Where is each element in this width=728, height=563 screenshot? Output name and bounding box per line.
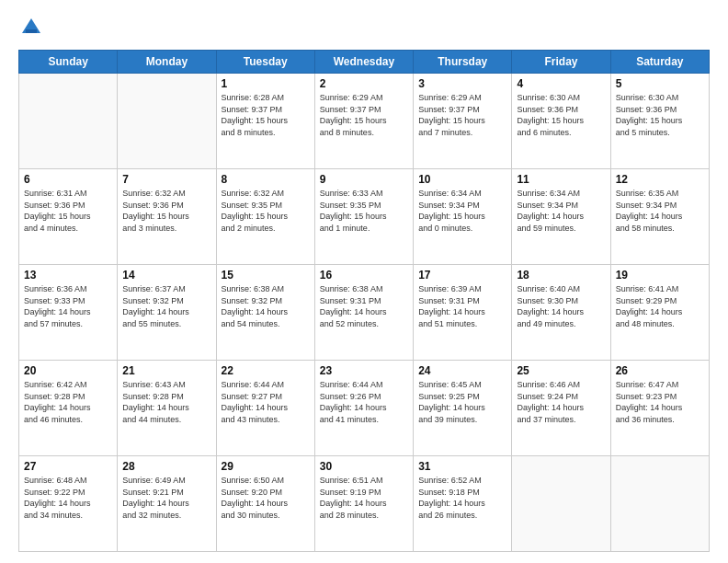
- calendar-cell: 13Sunrise: 6:36 AM Sunset: 9:33 PM Dayli…: [19, 265, 118, 361]
- calendar-cell: 1Sunrise: 6:28 AM Sunset: 9:37 PM Daylig…: [216, 74, 314, 169]
- day-detail: Sunrise: 6:29 AM Sunset: 9:37 PM Dayligh…: [418, 92, 506, 138]
- day-number: 19: [616, 269, 704, 282]
- week-row-2: 6Sunrise: 6:31 AM Sunset: 9:36 PM Daylig…: [19, 169, 710, 265]
- week-row-5: 27Sunrise: 6:48 AM Sunset: 9:22 PM Dayli…: [19, 456, 710, 552]
- day-number: 2: [320, 77, 408, 90]
- day-detail: Sunrise: 6:38 AM Sunset: 9:32 PM Dayligh…: [222, 283, 310, 329]
- day-detail: Sunrise: 6:38 AM Sunset: 9:31 PM Dayligh…: [320, 283, 408, 329]
- day-number: 28: [122, 460, 210, 473]
- day-number: 9: [320, 173, 408, 186]
- calendar-cell: 6Sunrise: 6:31 AM Sunset: 9:36 PM Daylig…: [19, 169, 118, 265]
- calendar-cell: 29Sunrise: 6:50 AM Sunset: 9:20 PM Dayli…: [216, 456, 314, 552]
- day-number: 26: [616, 364, 704, 377]
- calendar-cell: 12Sunrise: 6:35 AM Sunset: 9:34 PM Dayli…: [610, 169, 709, 265]
- day-number: 15: [222, 269, 310, 282]
- calendar-cell: 10Sunrise: 6:34 AM Sunset: 9:34 PM Dayli…: [414, 169, 512, 265]
- day-detail: Sunrise: 6:44 AM Sunset: 9:27 PM Dayligh…: [222, 379, 310, 425]
- calendar-cell: 26Sunrise: 6:47 AM Sunset: 9:23 PM Dayli…: [610, 361, 709, 456]
- calendar-cell: 4Sunrise: 6:30 AM Sunset: 9:36 PM Daylig…: [512, 74, 610, 169]
- day-detail: Sunrise: 6:31 AM Sunset: 9:36 PM Dayligh…: [24, 188, 112, 234]
- calendar-cell: 7Sunrise: 6:32 AM Sunset: 9:36 PM Daylig…: [118, 169, 216, 265]
- logo: [18, 15, 48, 40]
- day-detail: Sunrise: 6:32 AM Sunset: 9:35 PM Dayligh…: [222, 188, 310, 234]
- day-number: 5: [616, 77, 704, 90]
- day-detail: Sunrise: 6:47 AM Sunset: 9:23 PM Dayligh…: [616, 379, 704, 425]
- week-row-4: 20Sunrise: 6:42 AM Sunset: 9:28 PM Dayli…: [19, 361, 710, 456]
- day-detail: Sunrise: 6:35 AM Sunset: 9:34 PM Dayligh…: [616, 188, 704, 234]
- day-detail: Sunrise: 6:33 AM Sunset: 9:35 PM Dayligh…: [320, 188, 408, 234]
- calendar-cell: 2Sunrise: 6:29 AM Sunset: 9:37 PM Daylig…: [314, 74, 413, 169]
- weekday-header-friday: Friday: [512, 51, 610, 74]
- calendar-cell: 14Sunrise: 6:37 AM Sunset: 9:32 PM Dayli…: [118, 265, 216, 361]
- calendar-cell: 20Sunrise: 6:42 AM Sunset: 9:28 PM Dayli…: [19, 361, 118, 456]
- calendar-cell: 28Sunrise: 6:49 AM Sunset: 9:21 PM Dayli…: [118, 456, 216, 552]
- calendar-cell: 18Sunrise: 6:40 AM Sunset: 9:30 PM Dayli…: [512, 265, 610, 361]
- day-detail: Sunrise: 6:45 AM Sunset: 9:25 PM Dayligh…: [418, 379, 506, 425]
- day-detail: Sunrise: 6:30 AM Sunset: 9:36 PM Dayligh…: [517, 92, 605, 138]
- day-number: 4: [517, 77, 605, 90]
- day-detail: Sunrise: 6:49 AM Sunset: 9:21 PM Dayligh…: [122, 475, 210, 521]
- calendar-cell: 21Sunrise: 6:43 AM Sunset: 9:28 PM Dayli…: [118, 361, 216, 456]
- day-detail: Sunrise: 6:50 AM Sunset: 9:20 PM Dayligh…: [222, 475, 310, 521]
- day-number: 10: [418, 173, 506, 186]
- day-number: 6: [24, 173, 112, 186]
- weekday-header-thursday: Thursday: [414, 51, 512, 74]
- calendar-cell: 24Sunrise: 6:45 AM Sunset: 9:25 PM Dayli…: [414, 361, 512, 456]
- logo-icon: [18, 15, 44, 40]
- weekday-header-wednesday: Wednesday: [314, 51, 413, 74]
- day-number: 7: [122, 173, 210, 186]
- day-number: 14: [122, 269, 210, 282]
- day-number: 11: [517, 173, 605, 186]
- day-number: 29: [222, 460, 310, 473]
- week-row-1: 1Sunrise: 6:28 AM Sunset: 9:37 PM Daylig…: [19, 74, 710, 169]
- day-number: 21: [122, 364, 210, 377]
- day-number: 20: [24, 364, 112, 377]
- day-number: 1: [222, 77, 310, 90]
- day-number: 8: [222, 173, 310, 186]
- day-detail: Sunrise: 6:46 AM Sunset: 9:24 PM Dayligh…: [517, 379, 605, 425]
- calendar-cell: 11Sunrise: 6:34 AM Sunset: 9:34 PM Dayli…: [512, 169, 610, 265]
- day-number: 3: [418, 77, 506, 90]
- day-detail: Sunrise: 6:37 AM Sunset: 9:32 PM Dayligh…: [122, 283, 210, 329]
- weekday-header-sunday: Sunday: [19, 51, 118, 74]
- week-row-3: 13Sunrise: 6:36 AM Sunset: 9:33 PM Dayli…: [19, 265, 710, 361]
- svg-rect-1: [26, 29, 37, 33]
- day-detail: Sunrise: 6:52 AM Sunset: 9:18 PM Dayligh…: [418, 475, 506, 521]
- day-number: 25: [517, 364, 605, 377]
- day-detail: Sunrise: 6:34 AM Sunset: 9:34 PM Dayligh…: [418, 188, 506, 234]
- day-detail: Sunrise: 6:28 AM Sunset: 9:37 PM Dayligh…: [222, 92, 310, 138]
- day-number: 30: [320, 460, 408, 473]
- day-detail: Sunrise: 6:40 AM Sunset: 9:30 PM Dayligh…: [517, 283, 605, 329]
- day-detail: Sunrise: 6:30 AM Sunset: 9:36 PM Dayligh…: [616, 92, 704, 138]
- calendar-cell: 27Sunrise: 6:48 AM Sunset: 9:22 PM Dayli…: [19, 456, 118, 552]
- weekday-header-monday: Monday: [118, 51, 216, 74]
- day-detail: Sunrise: 6:44 AM Sunset: 9:26 PM Dayligh…: [320, 379, 408, 425]
- calendar-cell: 17Sunrise: 6:39 AM Sunset: 9:31 PM Dayli…: [414, 265, 512, 361]
- calendar-cell: 9Sunrise: 6:33 AM Sunset: 9:35 PM Daylig…: [314, 169, 413, 265]
- day-number: 12: [616, 173, 704, 186]
- calendar-cell: 8Sunrise: 6:32 AM Sunset: 9:35 PM Daylig…: [216, 169, 314, 265]
- calendar-table: SundayMondayTuesdayWednesdayThursdayFrid…: [18, 50, 710, 552]
- day-detail: Sunrise: 6:43 AM Sunset: 9:28 PM Dayligh…: [122, 379, 210, 425]
- calendar-cell: [118, 74, 216, 169]
- calendar-cell: 16Sunrise: 6:38 AM Sunset: 9:31 PM Dayli…: [314, 265, 413, 361]
- day-number: 17: [418, 269, 506, 282]
- calendar-cell: 30Sunrise: 6:51 AM Sunset: 9:19 PM Dayli…: [314, 456, 413, 552]
- day-detail: Sunrise: 6:41 AM Sunset: 9:29 PM Dayligh…: [616, 283, 704, 329]
- header: [18, 15, 710, 40]
- day-detail: Sunrise: 6:29 AM Sunset: 9:37 PM Dayligh…: [320, 92, 408, 138]
- day-detail: Sunrise: 6:51 AM Sunset: 9:19 PM Dayligh…: [320, 475, 408, 521]
- day-number: 31: [418, 460, 506, 473]
- day-detail: Sunrise: 6:32 AM Sunset: 9:36 PM Dayligh…: [122, 188, 210, 234]
- calendar-cell: [610, 456, 709, 552]
- calendar-cell: [512, 456, 610, 552]
- day-number: 24: [418, 364, 506, 377]
- page: SundayMondayTuesdayWednesdayThursdayFrid…: [0, 0, 728, 563]
- day-detail: Sunrise: 6:39 AM Sunset: 9:31 PM Dayligh…: [418, 283, 506, 329]
- day-detail: Sunrise: 6:42 AM Sunset: 9:28 PM Dayligh…: [24, 379, 112, 425]
- calendar-cell: [19, 74, 118, 169]
- calendar-cell: 22Sunrise: 6:44 AM Sunset: 9:27 PM Dayli…: [216, 361, 314, 456]
- day-number: 27: [24, 460, 112, 473]
- calendar-cell: 19Sunrise: 6:41 AM Sunset: 9:29 PM Dayli…: [610, 265, 709, 361]
- calendar-cell: 3Sunrise: 6:29 AM Sunset: 9:37 PM Daylig…: [414, 74, 512, 169]
